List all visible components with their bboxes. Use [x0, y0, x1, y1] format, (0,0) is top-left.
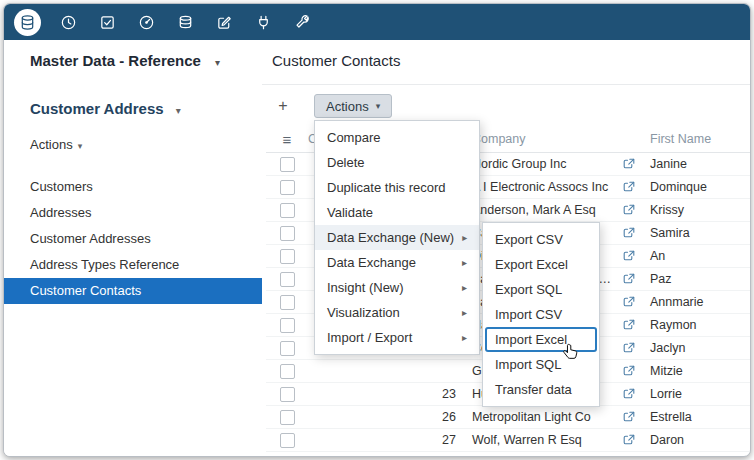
row-checkbox[interactable]: [280, 318, 295, 333]
caret-down-icon: ▾: [215, 57, 220, 68]
menu-item-data-exchange[interactable]: Data Exchange▸: [315, 250, 479, 275]
submenu-item-transfer-data[interactable]: Transfer data: [483, 377, 599, 402]
edit-icon[interactable]: [212, 10, 236, 34]
menu-item-label: Duplicate this record: [327, 175, 446, 200]
external-link-icon[interactable]: [616, 204, 642, 216]
sidebar-item-customers[interactable]: Customers: [4, 174, 262, 200]
submenu-item-import-csv[interactable]: Import CSV: [483, 302, 599, 327]
menu-item-label: Insight (New): [327, 275, 404, 300]
row-checkbox-cell: [266, 410, 308, 425]
row-checkbox[interactable]: [280, 180, 295, 195]
row-checkbox[interactable]: [280, 226, 295, 241]
database-alt-icon[interactable]: [173, 10, 197, 34]
row-checkbox[interactable]: [280, 387, 295, 402]
row-checkbox-cell: [266, 295, 308, 310]
row-checkbox[interactable]: [280, 410, 295, 425]
submenu-arrow-icon: ▸: [462, 325, 467, 350]
row-checkbox[interactable]: [280, 341, 295, 356]
external-link-icon[interactable]: [616, 342, 642, 354]
table-row[interactable]: 26Metropolitan Light CoEstrella: [266, 406, 750, 429]
actions-dropdown-menu: CompareDeleteDuplicate this recordValida…: [314, 120, 480, 355]
submenu-item-export-csv[interactable]: Export CSV: [483, 227, 599, 252]
row-checkbox[interactable]: [280, 272, 295, 287]
external-link-icon[interactable]: [616, 250, 642, 262]
check-square-icon[interactable]: [95, 10, 119, 34]
menu-item-compare[interactable]: Compare: [315, 125, 479, 150]
row-checkbox[interactable]: [280, 364, 295, 379]
cell-first-name: Annmarie: [642, 295, 750, 309]
menu-item-insight-new[interactable]: Insight (New)▸: [315, 275, 479, 300]
row-checkbox[interactable]: [280, 456, 295, 457]
external-link-icon[interactable]: [616, 158, 642, 170]
sidebar: Customer Address▾ Actions▾ CustomersAddr…: [4, 84, 262, 456]
sidebar-item-addresses[interactable]: Addresses: [4, 200, 262, 226]
submenu-item-label: Export CSV: [495, 227, 563, 252]
external-link-icon[interactable]: [616, 296, 642, 308]
actions-button[interactable]: Actions▾: [314, 94, 392, 118]
row-checkbox-cell: [266, 203, 308, 218]
cell-id: 23: [308, 387, 466, 401]
submenu-item-import-excel[interactable]: Import Excel: [485, 327, 597, 352]
submenu-item-import-sql[interactable]: Import SQL: [483, 352, 599, 377]
table-menu-icon[interactable]: ≡: [283, 132, 292, 147]
wrench-icon[interactable]: [290, 10, 314, 34]
row-checkbox[interactable]: [280, 249, 295, 264]
row-checkbox[interactable]: [280, 203, 295, 218]
cell-first-name: Jaclyn: [642, 341, 750, 355]
external-link-icon[interactable]: [616, 181, 642, 193]
sidebar-item-customer-contacts[interactable]: Customer Contacts: [4, 278, 262, 304]
row-checkbox-cell: [266, 249, 308, 264]
sidebar-table-selector[interactable]: Customer Address▾: [4, 84, 262, 117]
row-checkbox[interactable]: [280, 433, 295, 448]
table-row[interactable]: 27Wolf, Warren R EsqDaron: [266, 429, 750, 452]
external-link-icon[interactable]: [616, 227, 642, 239]
cell-first-name: Janine: [642, 157, 750, 171]
gauge-icon[interactable]: [134, 10, 158, 34]
cell-first-name: Lorrie: [642, 387, 750, 401]
sidebar-item-address-types-reference[interactable]: Address Types Reference: [4, 252, 262, 278]
menu-item-data-exchange-new[interactable]: Data Exchange (New)▸: [315, 225, 479, 250]
menu-item-visualization[interactable]: Visualization▸: [315, 300, 479, 325]
column-header-company[interactable]: Company: [466, 132, 616, 146]
header-row: Master Data - Reference▾ Customer Contac…: [4, 40, 750, 85]
submenu-arrow-icon: ▸: [462, 250, 467, 275]
submenu-item-export-sql[interactable]: Export SQL: [483, 277, 599, 302]
row-checkbox-cell: [266, 456, 308, 457]
cell-first-name: Dominque: [642, 180, 750, 194]
cell-first-name: Estrella: [642, 410, 750, 424]
sidebar-item-customer-addresses[interactable]: Customer Addresses: [4, 226, 262, 252]
cell-first-name: An: [642, 249, 750, 263]
row-checkbox[interactable]: [280, 295, 295, 310]
menu-item-duplicate-this-record[interactable]: Duplicate this record: [315, 175, 479, 200]
sidebar-nav-list: CustomersAddressesCustomer AddressesAddr…: [4, 174, 262, 304]
add-record-button[interactable]: +: [270, 94, 296, 118]
sidebar-actions-dropdown[interactable]: Actions▾: [4, 117, 262, 152]
row-checkbox-cell: [266, 318, 308, 333]
submenu-arrow-icon: ▸: [462, 300, 467, 325]
external-link-icon[interactable]: [616, 273, 642, 285]
plug-icon[interactable]: [251, 10, 275, 34]
table-row[interactable]: 30Development AuthorityYolando: [266, 452, 750, 456]
external-link-icon[interactable]: [616, 434, 642, 446]
clock-icon[interactable]: [56, 10, 80, 34]
column-header-first-name[interactable]: First Name: [642, 132, 750, 146]
menu-item-validate[interactable]: Validate: [315, 200, 479, 225]
sidebar-title-label: Customer Address: [30, 100, 164, 117]
menu-item-import-export[interactable]: Import / Export▸: [315, 325, 479, 350]
menu-item-label: Data Exchange (New): [327, 225, 454, 250]
database-icon[interactable]: [14, 9, 41, 36]
external-link-icon[interactable]: [616, 319, 642, 331]
submenu-item-export-excel[interactable]: Export Excel: [483, 252, 599, 277]
row-checkbox[interactable]: [280, 157, 295, 172]
submenu-item-label: Import CSV: [495, 302, 562, 327]
external-link-icon[interactable]: [616, 365, 642, 377]
menu-item-label: Import / Export: [327, 325, 412, 350]
external-link-icon[interactable]: [616, 388, 642, 400]
cell-company: Nordic Group Inc: [466, 157, 616, 171]
row-checkbox-cell: [266, 387, 308, 402]
external-link-icon[interactable]: [616, 411, 642, 423]
row-checkbox-cell: [266, 433, 308, 448]
data-exchange-submenu: Export CSVExport ExcelExport SQLImport C…: [482, 222, 600, 407]
menu-item-delete[interactable]: Delete: [315, 150, 479, 175]
breadcrumb[interactable]: Master Data - Reference▾: [30, 52, 220, 69]
